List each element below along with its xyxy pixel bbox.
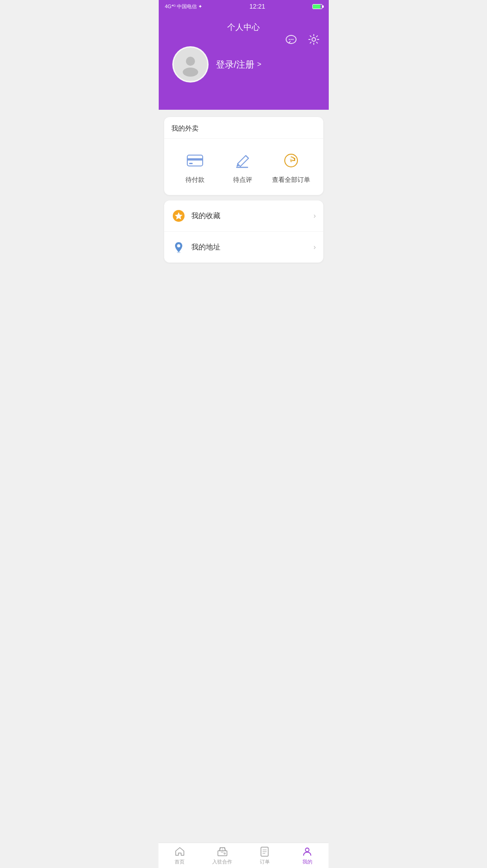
favorites-label: 我的收藏 bbox=[191, 211, 316, 221]
svg-point-1 bbox=[288, 39, 290, 40]
message-button[interactable] bbox=[283, 32, 299, 47]
header-area: 个人中心 bbox=[159, 13, 329, 110]
status-left: 4G⁴ᴳ 中国电信 ✦ bbox=[165, 3, 203, 10]
svg-point-2 bbox=[290, 39, 292, 40]
svg-point-4 bbox=[312, 38, 316, 41]
card-icon bbox=[185, 151, 205, 170]
settings-button[interactable] bbox=[306, 32, 321, 47]
svg-rect-9 bbox=[189, 163, 193, 164]
svg-rect-8 bbox=[187, 158, 203, 161]
svg-text:¥: ¥ bbox=[289, 158, 292, 163]
svg-point-5 bbox=[186, 57, 195, 66]
favorites-row[interactable]: 我的收藏 › bbox=[164, 200, 323, 232]
pending-review-item[interactable]: 待点评 bbox=[224, 150, 261, 184]
pending-payment-icon-wrap bbox=[184, 150, 206, 171]
edit-icon bbox=[233, 151, 252, 170]
gear-icon bbox=[308, 34, 320, 45]
status-time: 12:21 bbox=[249, 3, 265, 10]
address-row[interactable]: 我的地址 › bbox=[164, 232, 323, 263]
login-label: 登录/注册 bbox=[216, 59, 255, 71]
address-arrow: › bbox=[313, 243, 316, 251]
svg-point-6 bbox=[183, 68, 198, 77]
pending-review-icon-wrap bbox=[232, 150, 253, 171]
pending-review-label: 待点评 bbox=[233, 176, 252, 184]
all-orders-item[interactable]: ¥ 查看全部订单 bbox=[272, 150, 310, 184]
header-icons bbox=[283, 32, 321, 47]
favorites-icon-wrap bbox=[171, 209, 186, 223]
avatar-image bbox=[178, 52, 203, 77]
svg-point-15 bbox=[177, 244, 180, 248]
status-right bbox=[312, 4, 322, 9]
address-label: 我的地址 bbox=[191, 243, 316, 252]
avatar[interactable] bbox=[172, 46, 209, 83]
my-takeaway-card: 我的外卖 待付款 bbox=[164, 117, 323, 195]
main-content: 我的外卖 待付款 bbox=[159, 110, 329, 302]
pending-payment-label: 待付款 bbox=[185, 176, 205, 184]
status-bar: 4G⁴ᴳ 中国电信 ✦ 12:21 bbox=[159, 0, 329, 13]
address-icon-wrap bbox=[171, 240, 186, 254]
order-icons-row: 待付款 待点评 bbox=[164, 139, 323, 195]
refresh-money-icon: ¥ bbox=[282, 151, 301, 170]
login-arrow: > bbox=[257, 60, 261, 68]
login-register-button[interactable]: 登录/注册 > bbox=[216, 59, 262, 71]
pending-payment-item[interactable]: 待付款 bbox=[177, 150, 213, 184]
my-takeaway-title: 我的外卖 bbox=[164, 117, 323, 139]
star-icon bbox=[172, 210, 185, 222]
message-icon bbox=[285, 34, 297, 45]
profile-section: 登录/注册 > bbox=[168, 42, 320, 83]
svg-point-16 bbox=[177, 252, 180, 253]
location-icon bbox=[172, 241, 185, 254]
battery-icon bbox=[312, 4, 322, 9]
favorites-arrow: › bbox=[313, 212, 316, 220]
svg-point-3 bbox=[292, 39, 293, 40]
all-orders-icon-wrap: ¥ bbox=[280, 150, 302, 171]
list-card: 我的收藏 › 我的地址 › bbox=[164, 200, 323, 263]
all-orders-label: 查看全部订单 bbox=[272, 176, 310, 184]
